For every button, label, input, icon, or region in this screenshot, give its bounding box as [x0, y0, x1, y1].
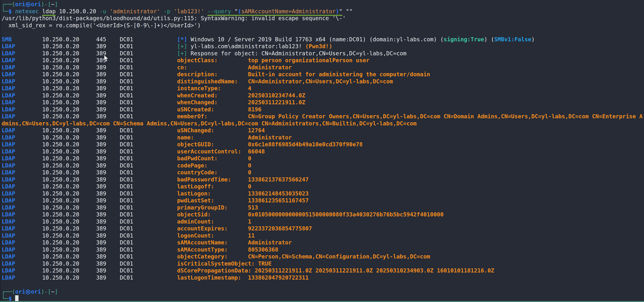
terminal-text-segment: cn: Administrator — [177, 64, 292, 71]
terminal-text-segment: pwdLastSet: 133861235651167457 — [177, 197, 308, 204]
prompt-line: ┌──(ori㉿ori)-[~] — [2, 288, 644, 295]
terminal-line: LDAP 10.250.0.20 389 DC01 badPasswordTim… — [2, 176, 644, 183]
terminal-line: LDAP 10.250.0.20 389 DC01 objectClass: t… — [2, 57, 644, 64]
terminal-line: LDAP 10.250.0.20 389 DC01 lastLogonTimes… — [2, 274, 644, 281]
terminal-text-segment: ori㉿ori — [15, 1, 41, 8]
terminal-text-segment: 10.250.0.20 389 DC01 — [42, 162, 177, 169]
terminal-text-segment: LDAP — [2, 225, 42, 232]
terminal-text-segment: Response for object: CN=Administrator,CN… — [187, 50, 406, 57]
python-warning-code-line: xml_sid_rex = re.compile('<UserId>(S-[0-… — [2, 22, 644, 29]
terminal-line: LDAP 10.250.0.20 389 DC01 uSNCreated: 81… — [2, 106, 644, 113]
terminal-text-segment: $ — [8, 295, 12, 302]
terminal-line: LDAP 10.250.0.20 389 DC01 objectCategory… — [2, 253, 644, 260]
terminal-line: LDAP 10.250.0.20 389 DC01 badPwdCount: 0 — [2, 155, 644, 162]
terminal-text-segment: logonCount: 11 — [177, 232, 254, 239]
command-line: └─$ netexec ldap 10.250.0.20 -u 'adminis… — [2, 8, 644, 15]
terminal-text-segment — [160, 8, 164, 15]
terminal-text-segment: SMB — [2, 36, 42, 43]
terminal-text-segment: LDAP — [2, 253, 42, 260]
python-warning-line: /usr/lib/python3/dist-packages/bloodhoun… — [2, 15, 644, 22]
terminal-text-segment: 10.250.0.20 389 DC01 — [42, 246, 177, 253]
terminal-line: LDAP 10.250.0.20 389 DC01 isCriticalSyst… — [2, 260, 644, 267]
terminal-text-segment: 10.250.0.20 389 DC01 — [42, 113, 177, 120]
terminal-text-segment: countryCode: 0 — [177, 169, 251, 176]
terminal-text-segment: LDAP — [2, 50, 42, 57]
terminal-text-segment: ┌──( — [2, 288, 15, 295]
terminal-text-segment: xml_sid_rex = re.compile('<UserId>(S-[0-… — [2, 22, 201, 29]
terminal-line: SMB 10.250.0.20 445 DC01 [*] Windows 10 … — [2, 36, 644, 43]
terminal-text-segment: 10.250.0.20 389 DC01 — [42, 260, 177, 267]
terminal-text-segment: ) — [531, 36, 535, 43]
terminal-text-segment: 10.250.0.20 389 DC01 — [42, 134, 177, 141]
terminal-text-segment: LDAP — [2, 155, 42, 162]
terminal-text-segment: LDAP — [2, 267, 42, 274]
terminal-text-segment: └─ — [2, 8, 8, 15]
terminal-text-segment: (Pwn3d!) — [306, 43, 332, 50]
terminal-text-segment: SMBv1:False — [494, 36, 531, 43]
terminal-text-segment: -u — [100, 8, 106, 15]
terminal-text-segment: 10.250.0.20 389 DC01 — [42, 225, 177, 232]
terminal-line: LDAP 10.250.0.20 389 DC01 [+] yl-labs.co… — [2, 43, 644, 50]
terminal-text-segment: 'administrator' — [110, 8, 160, 15]
terminal-text-segment: codePage: 0 — [177, 162, 251, 169]
terminal-text-segment: LDAP — [2, 190, 42, 197]
terminal-text-segment: ~ — [51, 1, 54, 8]
terminal-text-segment: 10.250.0.20 389 DC01 — [42, 78, 177, 85]
terminal-line: LDAP 10.250.0.20 389 DC01 instanceType: … — [2, 85, 644, 92]
terminal-text-segment: LDAP — [2, 232, 42, 239]
terminal-text-segment: [+] — [177, 43, 187, 50]
terminal-text-segment: )-[ — [41, 1, 51, 8]
wrapped-memberof-line: dmins,CN=Users,DC=yl-labs,DC=com CN=Sche… — [2, 120, 644, 127]
terminal-text-segment: 10.250.0.20 389 DC01 — [42, 148, 177, 155]
terminal-text-segment: LDAP — [2, 64, 42, 71]
terminal-line: LDAP 10.250.0.20 389 DC01 primaryGroupID… — [2, 204, 644, 211]
terminal-text-segment: name: Administrator — [177, 134, 292, 141]
terminal-line: LDAP 10.250.0.20 389 DC01 accountExpires… — [2, 225, 644, 232]
terminal-text-segment: └─ — [2, 295, 8, 302]
terminal-output[interactable]: ┌──(ori㉿ori)-[~]└─$ netexec ldap 10.250.… — [0, 0, 644, 302]
terminal-text-segment: 10.250.0.20 389 DC01 — [42, 232, 177, 239]
terminal-text-segment: ┌──( — [2, 1, 15, 8]
terminal-text-segment: ] — [54, 1, 58, 8]
terminal-text-segment: LDAP — [2, 204, 42, 211]
terminal-text-segment: netexec — [15, 8, 39, 15]
terminal-text-segment: sAMAccountName: Administrator — [177, 239, 292, 246]
terminal-text-segment: )-[ — [41, 288, 51, 295]
terminal-text-segment: LDAP — [2, 148, 42, 155]
text-cursor — [15, 295, 18, 302]
terminal-text-segment: 'lab123!' — [174, 8, 204, 15]
terminal-text-segment: 10.250.0.20 389 DC01 — [42, 43, 177, 50]
terminal-text-segment: LDAP — [2, 197, 42, 204]
terminal-text-segment: LDAP — [2, 183, 42, 190]
terminal-text-segment: LDAP — [2, 99, 42, 106]
terminal-text-segment: 10.250.0.20 389 DC01 — [42, 176, 177, 183]
terminal-text-segment: LDAP — [2, 239, 42, 246]
terminal-text-segment: LDAP — [2, 141, 42, 148]
terminal-text-segment: LDAP — [2, 274, 42, 281]
terminal-text-segment — [39, 8, 42, 15]
terminal-text-segment: objectClass: top person organizationalPe… — [177, 57, 370, 64]
terminal-line: LDAP 10.250.0.20 389 DC01 lastLogoff: 0 — [2, 183, 644, 190]
terminal-text-segment: primaryGroupID: 513 — [177, 204, 258, 211]
terminal-text-segment: LDAP — [2, 78, 42, 85]
terminal-text-segment: 10.250.0.20 389 DC01 — [42, 106, 177, 113]
terminal-line: LDAP 10.250.0.20 389 DC01 whenChanged: 2… — [2, 99, 644, 106]
terminal-text-segment: whenChanged: 20250311221911.0Z — [177, 99, 305, 106]
terminal-text-segment: objectCategory: CN=Person,CN=Schema,CN=C… — [177, 253, 430, 260]
terminal-text-segment: 10.250.0.20 389 DC01 — [42, 155, 177, 162]
terminal-text-segment: 10.250.0.20 389 DC01 — [42, 85, 177, 92]
terminal-line: LDAP 10.250.0.20 389 DC01 name: Administ… — [2, 134, 644, 141]
terminal-text-segment: userAccountControl: 66048 — [177, 148, 265, 155]
terminal-line: LDAP 10.250.0.20 389 DC01 [+] Response f… — [2, 50, 644, 57]
terminal-text-segment: 10.250.0.20 389 DC01 — [42, 267, 177, 274]
terminal-text-segment: 10.250.0.20 389 DC01 — [42, 239, 177, 246]
terminal-text-segment: 10.250.0.20 389 DC01 — [42, 64, 177, 71]
terminal-text-segment: LDAP — [2, 246, 42, 253]
terminal-text-segment: LDAP — [2, 211, 42, 218]
terminal-text-segment: adminCount: 1 — [177, 218, 251, 225]
terminal-text-segment — [204, 8, 208, 15]
terminal-text-segment: badPwdCount: 0 — [177, 155, 251, 162]
terminal-text-segment: "" — [342, 8, 352, 15]
terminal-text-segment: LDAP — [2, 162, 42, 169]
terminal-line: LDAP 10.250.0.20 389 DC01 sAMAccountType… — [2, 246, 644, 253]
